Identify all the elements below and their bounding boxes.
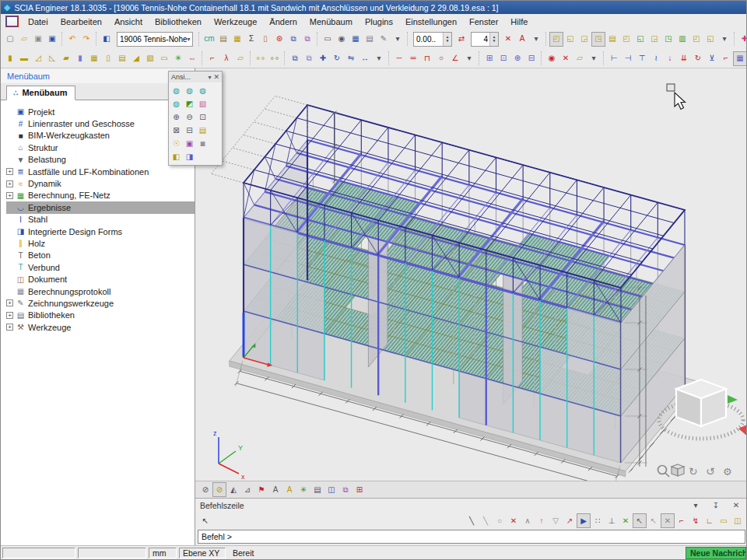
grid-snap-icon[interactable]: ∷ (591, 513, 605, 528)
support-icon[interactable]: ⊢ (607, 51, 621, 66)
snap-line2-icon[interactable]: ╲ (479, 513, 493, 528)
dialog-icon[interactable]: ⧉ (286, 32, 300, 47)
menu-fenster[interactable]: Fenster (463, 16, 504, 28)
move-icon[interactable]: ✚ (316, 51, 330, 66)
view-flag-2-icon[interactable]: ◱ (563, 32, 577, 47)
table-icon[interactable]: ▦ (349, 32, 363, 47)
parallel-icon[interactable]: ═ (406, 51, 420, 66)
sidebar-item-dynamik[interactable]: +≈Dynamik (6, 177, 195, 189)
expand-icon[interactable]: + (6, 192, 13, 199)
open-icon[interactable]: ▱ (17, 32, 31, 47)
pin-icon[interactable]: ↧ (709, 498, 723, 513)
sidebar-item-verbund[interactable]: TVerbund (6, 261, 195, 273)
palette-header[interactable]: Ansi... ▾ ✕ (169, 72, 222, 82)
multicopy-icon[interactable]: ⧉ (302, 51, 316, 66)
snap-tri-icon[interactable]: ▽ (549, 513, 563, 528)
lock-view-icon[interactable]: ◙ (196, 137, 209, 150)
sidebar-item-projekt[interactable]: ▣Projekt (6, 106, 195, 117)
model-3d-view[interactable]: zYx↻↺⚙ (195, 68, 747, 481)
menu-einstellungen[interactable]: Einstellungen (399, 16, 463, 28)
view-side-icon[interactable]: ◍ (196, 84, 209, 97)
palette-close-icon[interactable]: ✕ (213, 73, 219, 81)
copy-more-icon[interactable]: ▾ (372, 51, 386, 66)
clip-box-icon[interactable]: ◧ (170, 150, 183, 163)
edit-doc-icon[interactable]: ✎ (377, 32, 391, 47)
endpoint-icon[interactable]: ↖ (633, 513, 647, 528)
view-flag-3-icon[interactable]: ◲ (577, 32, 591, 47)
library-icon[interactable]: ▱ (573, 51, 587, 66)
visibility-icon[interactable]: ◉ (545, 51, 559, 66)
result-grid-icon[interactable]: ⊞ (352, 482, 366, 497)
node-icon[interactable]: ✳ (171, 51, 185, 66)
sidebar-item-werkzeuge[interactable]: +⚒Werkzeuge (6, 321, 195, 333)
menu-werkzeuge[interactable]: Werkzeuge (208, 16, 263, 28)
snap-arc-icon[interactable]: ↗ (563, 513, 577, 528)
track-icon[interactable]: ▶ (577, 513, 591, 528)
text-scale-icon[interactable]: A (282, 482, 296, 497)
view-flag-9-icon[interactable]: ◳ (661, 32, 675, 47)
photo-icon[interactable]: ▣ (183, 137, 196, 150)
menu-menbaum[interactable]: Menübaum (303, 16, 359, 28)
sidebar-item-beton[interactable]: TBeton (6, 250, 195, 261)
view-flag-12-icon[interactable]: ◱ (703, 32, 717, 47)
print-icon[interactable]: ▭ (321, 32, 335, 47)
haunch-icon[interactable]: ◢ (129, 51, 143, 66)
expand-icon[interactable]: + (6, 299, 13, 306)
model-data-icon[interactable]: ◫ (324, 482, 338, 497)
member-system-icon[interactable]: ⊿ (240, 482, 254, 497)
snap-up-icon[interactable]: ↑ (535, 513, 549, 528)
intersect-icon[interactable]: ✕ (661, 513, 675, 528)
view-top-icon[interactable]: ◍ (170, 84, 183, 97)
poly-add-icon[interactable]: ⊕ (510, 51, 524, 66)
flags-more-icon[interactable]: ▾ (717, 32, 731, 47)
view-front-icon[interactable]: ◍ (183, 84, 196, 97)
snap-vertex-icon[interactable]: ∧ (521, 513, 535, 528)
sidebar-item-lastfaelle[interactable]: +≣Lastfälle und LF-Kombinationen (6, 166, 195, 177)
view-flag-4-icon[interactable]: ◳ (591, 32, 605, 47)
rect-icon[interactable]: ⊓ (420, 51, 434, 66)
bracing-icon[interactable]: ◺ (45, 51, 59, 66)
polyline-icon[interactable]: ⌐ (205, 51, 219, 66)
ortho-icon[interactable]: ⊥ (605, 513, 619, 528)
menu-datei[interactable]: Datei (22, 16, 54, 28)
redo-icon[interactable]: ↷ (79, 32, 93, 47)
sidebar-item-berechnung[interactable]: +▦Berechnung, FE-Netz (6, 190, 195, 201)
text-params-icon[interactable]: A (268, 482, 282, 497)
report-icon[interactable]: ▤ (363, 32, 377, 47)
view-flag-11-icon[interactable]: ◰ (689, 32, 703, 47)
sidebar-item-zeichnung[interactable]: +✎Zeichnungswerkzeuge (6, 297, 195, 309)
save-icon[interactable]: ▣ (45, 32, 59, 47)
orbit-icon[interactable]: ↻ (689, 465, 698, 478)
expand-icon[interactable]: + (6, 168, 13, 175)
point-load-icon[interactable]: ↓ (663, 51, 677, 66)
view-settings-icon[interactable]: ⚙ (723, 466, 732, 478)
formula-icon[interactable]: Σ (244, 32, 258, 47)
menu-bibliotheken[interactable]: Bibliotheken (149, 16, 208, 28)
line-icon[interactable]: ─ (392, 51, 406, 66)
sidebar-item-belastung[interactable]: ▼Belastung (6, 154, 195, 166)
view-flag-1-icon[interactable]: ◰ (549, 32, 563, 47)
column-icon[interactable]: ▮ (3, 51, 17, 66)
turntable-icon[interactable]: ↺ (706, 465, 715, 478)
link-icon[interactable]: ⇔ (185, 51, 199, 66)
fixed-support-icon[interactable]: ⊤ (635, 51, 649, 66)
import-icon[interactable]: ▣ (31, 32, 45, 47)
numbering-icon[interactable]: ▤ (310, 482, 324, 497)
zig-icon[interactable]: ↯ (689, 513, 703, 528)
close-panel-icon[interactable]: ✕ (729, 498, 743, 513)
sidebar-item-holz[interactable]: ∥Holz (6, 237, 195, 249)
render-mode-icon[interactable]: ◩ (183, 97, 196, 110)
grid-member-icon[interactable]: ▧ (143, 51, 157, 66)
pointer-icon[interactable]: ↖ (198, 513, 212, 528)
zoom-view-icon[interactable] (658, 466, 670, 478)
beam-icon[interactable]: ▬ (17, 51, 31, 66)
tab-menubaum[interactable]: ∴ Menübaum (6, 86, 75, 100)
corner-icon[interactable]: ⌐ (675, 513, 689, 528)
labels-icon[interactable]: ⚑ (254, 482, 268, 497)
palette-colors-icon[interactable]: ▧ (196, 97, 209, 110)
copy-icon[interactable]: ⧉ (288, 51, 302, 66)
sidebar-item-bibliotheken[interactable]: +▤Bibliotheken (6, 310, 195, 321)
free-load-icon[interactable]: ⌐ (719, 51, 733, 66)
menu-hilfe[interactable]: Hilfe (504, 16, 534, 28)
fontsize-icon[interactable]: A (515, 32, 529, 47)
